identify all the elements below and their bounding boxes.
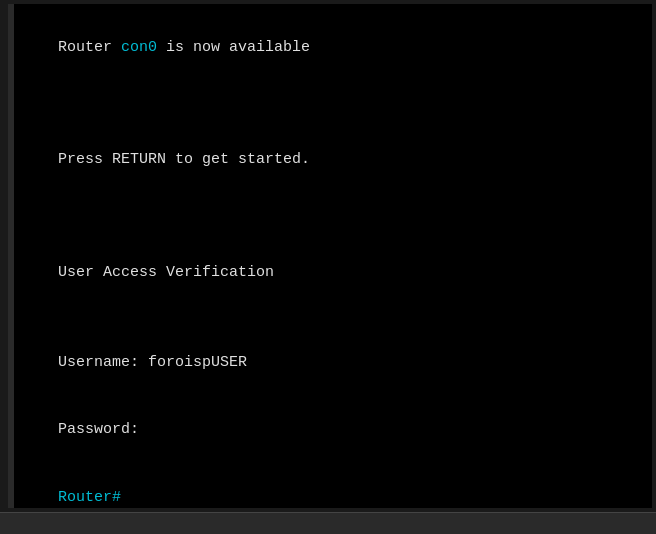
spacer-2 [22,104,638,127]
text-user-access: User Access Verification [58,264,274,281]
text-username: Username: foroispUSER [58,354,247,371]
terminal-line-username: Username: foroispUSER [22,329,638,397]
spacer-5 [22,307,638,330]
terminal-line-prompt1: Router# [22,464,638,508]
status-bar [0,512,656,534]
terminal-line-1: Router con0 is now available [22,14,638,82]
left-border [8,4,14,508]
text-prompt1: Router# [58,489,121,506]
text-password: Password: [58,421,139,438]
terminal-line-password: Password: [22,397,638,465]
terminal-line-3: User Access Verification [22,239,638,307]
spacer-3 [22,194,638,217]
text-con0: con0 [121,39,157,56]
text-available: is now available [157,39,310,56]
text-press-return: Press RETURN to get started. [58,151,310,168]
spacer-1 [22,82,638,105]
spacer-4 [22,217,638,240]
text-router: Router [58,39,121,56]
terminal-screen[interactable]: Router con0 is now available Press RETUR… [8,4,652,508]
terminal-line-2: Press RETURN to get started. [22,127,638,195]
